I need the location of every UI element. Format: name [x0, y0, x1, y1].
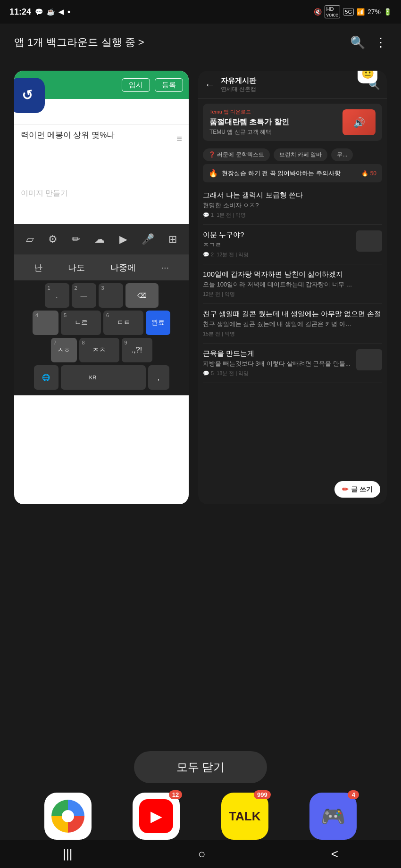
- cards-area: ↺ 임시 등록 ···· 력이면 메봉이 상위 몇%나 ≡ 이미지 만들기 ▱ …: [0, 61, 401, 745]
- post-sub-3: 오늘 100일이라 저녁에 데이트하는데 갑자탕이 너무 먹고...: [203, 280, 354, 289]
- status-icons: 🔇 HDvoice 5G 📶 27% 🔋: [314, 5, 392, 18]
- key-1-dot[interactable]: 1.: [45, 283, 69, 308]
- kb-tool-youtube[interactable]: ▶: [119, 233, 127, 246]
- key-space[interactable]: KR: [61, 365, 146, 390]
- suggestion-1[interactable]: 난: [34, 262, 42, 273]
- key-6-dt[interactable]: 6ㄷㅌ: [103, 311, 143, 335]
- board-sub: 연세대 신촌캠: [221, 85, 256, 93]
- key-9-punct[interactable]: 9.,?!: [122, 338, 152, 362]
- kb-tool-1[interactable]: ▱: [26, 233, 34, 246]
- post-meta-2: 💬 212분 전 | 익명: [203, 251, 249, 258]
- discord-app[interactable]: 4 🎮: [309, 793, 357, 840]
- post-meta-4: 15분 전 | 익명: [203, 330, 382, 337]
- board-name: 자유게시판: [221, 76, 256, 85]
- kb-row-1: 1. 2— 3 ⌫: [16, 283, 187, 308]
- post-thumb-2: [356, 230, 382, 252]
- hot-notice[interactable]: 🔥 현장실습 하기 전 꼭 읽어봐야하는 주의사항 🔥 50: [203, 164, 382, 182]
- suggestion-2[interactable]: 나도: [68, 262, 85, 273]
- suggestion-3[interactable]: 나중에: [110, 262, 136, 273]
- notice-badge: 🔥 50: [361, 170, 376, 177]
- post-title-2: 이분 누구야?: [203, 230, 249, 239]
- tag-2[interactable]: 브런치 카페 알바: [274, 148, 328, 161]
- send-icon: ◀: [58, 8, 64, 16]
- youtube-badge: 12: [169, 790, 182, 799]
- input-text: 력이면 메봉이 상위 몇%나: [21, 130, 115, 140]
- coffee-icon: ☕: [47, 8, 55, 16]
- dot-icon: •: [67, 7, 70, 17]
- kb-tool-settings[interactable]: ⚙: [48, 233, 58, 246]
- post-meta-5: 💬 518분 전 | 익명: [203, 370, 356, 377]
- key-backspace[interactable]: ⌫: [125, 283, 159, 308]
- close-all-button[interactable]: 모두 닫기: [134, 751, 267, 783]
- post-item-1[interactable]: 그래서 나는 갤럭시 보급형 쓴다 현명한 소비자 ㅇㅈ? 💬 11분 전 | …: [203, 185, 382, 225]
- key-2-dash[interactable]: 2—: [72, 283, 96, 308]
- nav-home[interactable]: ○: [198, 847, 206, 861]
- yt-play-icon: ▶: [150, 807, 162, 825]
- back-button[interactable]: ←: [205, 79, 215, 91]
- top-bar: 앱 1개 백그라운드 실행 중 > 🔍 ⋮: [0, 24, 401, 61]
- input-area[interactable]: 력이면 메봉이 상위 몇%나 ≡: [14, 125, 189, 163]
- key-4[interactable]: 4: [33, 311, 58, 335]
- mute-icon: 🔇: [314, 8, 322, 16]
- post-meta-1: 💬 11분 전 | 익명: [203, 212, 382, 219]
- key-done[interactable]: 완료: [146, 311, 170, 335]
- tag-3[interactable]: 무...: [331, 148, 353, 161]
- kb-tool-edit[interactable]: ✏: [72, 233, 80, 246]
- tag-1[interactable]: ❓ 러문에 문학텍스트: [203, 148, 270, 161]
- dock: 12 ▶ 999 TALK 4 🎮: [0, 793, 401, 840]
- post-item-2[interactable]: 이분 누구야? ㅈㄱㄹ 💬 212분 전 | 익명: [203, 225, 382, 264]
- keyboard-toolbar: ▱ ⚙ ✏ ☁ ▶ 🎤 ⊞: [14, 224, 189, 254]
- register-button[interactable]: 등록: [155, 78, 183, 92]
- key-3[interactable]: 3: [99, 283, 123, 308]
- kb-tool-mic[interactable]: 🎤: [142, 233, 154, 246]
- kb-tool-cloud[interactable]: ☁: [94, 233, 105, 246]
- ad-banner[interactable]: Temu 앱 다운로드 · 품절대란템 초특가 할인 TEMU 앱 신규 고객 …: [203, 104, 382, 141]
- post-item-5[interactable]: 근육을 만드는게 지방을 빼는것보다 3배 이렇다 살빼려면 근육을 만들...…: [203, 344, 382, 383]
- notice-text: 현장실습 하기 전 꼭 읽어봐야하는 주의사항: [222, 169, 358, 178]
- ad-subtitle: TEMU 앱 신규 고객 혜택: [209, 128, 343, 136]
- post-sub-2: ㅈㄱㄹ: [203, 241, 249, 249]
- write-button[interactable]: ✏ 글 쓰기: [334, 481, 380, 498]
- key-globe[interactable]: 🌐: [34, 365, 58, 390]
- search-icon[interactable]: 🔍: [350, 35, 365, 50]
- post-sub-5: 지방을 빼는것보다 3배 이렇다 살빼려면 근육을 만들...: [203, 360, 354, 368]
- key-comma[interactable]: ,: [148, 365, 169, 390]
- image-label: 이미지 만들기: [21, 188, 68, 198]
- post-title-5: 근육을 만드는게: [203, 349, 356, 358]
- key-7[interactable]: 7ㅅㅎ: [51, 338, 77, 362]
- image-label-area: 이미지 만들기: [14, 163, 189, 224]
- hd-label: HDvoice: [325, 5, 341, 18]
- post-title-3: 100일에 갑자탕 먹자하면 남친이 싫어하겠지: [203, 270, 382, 279]
- post-sub-1: 현명한 소비자 ㅇㅈ?: [203, 201, 354, 210]
- pencil-icon: ✏: [342, 485, 348, 494]
- ad-content: Temu 앱 다운로드 · 품절대란템 초특가 할인 TEMU 앱 신규 고객 …: [209, 108, 343, 136]
- nav-back[interactable]: <: [331, 847, 338, 861]
- key-5-nr[interactable]: 5ㄴ르: [61, 311, 101, 335]
- nav-recent[interactable]: |||: [63, 847, 72, 861]
- tag-row: ❓ 러문에 문학텍스트 브런치 카페 알바 무...: [198, 146, 387, 164]
- kakao-badge: 999: [254, 790, 271, 799]
- chrome-app[interactable]: [44, 793, 92, 840]
- kakao-app[interactable]: 999 TALK: [221, 793, 268, 840]
- right-card: 😐 ← 자유게시판 연세대 신촌캠 🔍 Temu 앱 다운로드 · 품절대란템 …: [198, 71, 387, 504]
- ad-image: 🔊: [343, 109, 376, 135]
- post-item-3[interactable]: 100일에 갑자탕 먹자하면 남친이 싫어하겠지 오늘 100일이라 저녁에 데…: [203, 264, 382, 304]
- post-title-1: 그래서 나는 갤럭시 보급형 쓴다: [203, 191, 382, 200]
- top-bar-title: 앱 1개 백그라운드 실행 중 >: [14, 35, 144, 49]
- suggestion-more[interactable]: ···: [161, 262, 169, 273]
- key-8-jc[interactable]: 8ㅈㅊ: [79, 338, 119, 362]
- status-bar: 11:24 💬 ☕ ◀ • 🔇 HDvoice 5G 📶 27% 🔋: [0, 0, 401, 24]
- status-time: 11:24 💬 ☕ ◀ •: [9, 7, 70, 17]
- youtube-app[interactable]: 12 ▶: [133, 793, 180, 840]
- signal-icon: 📶: [357, 8, 365, 16]
- write-label: 글 쓰기: [351, 485, 373, 494]
- post-thumb-5: [356, 349, 382, 370]
- kb-tool-grid[interactable]: ⊞: [168, 233, 177, 246]
- suggestions-bar: 난 나도 나중에 ···: [14, 254, 189, 280]
- temp-button[interactable]: 임시: [122, 78, 150, 92]
- post-item-4[interactable]: 친구 생일때 길콘 줬는데 내 생일에는 아무말 없으면 손절 친구 생일에는 …: [203, 304, 382, 344]
- post-meta-3: 12분 전 | 익명: [203, 291, 382, 298]
- kb-row-3: 7ㅅㅎ 8ㅈㅊ 9.,?!: [16, 338, 187, 362]
- more-options-icon[interactable]: ⋮: [375, 35, 387, 50]
- battery-display: 27%: [368, 8, 381, 16]
